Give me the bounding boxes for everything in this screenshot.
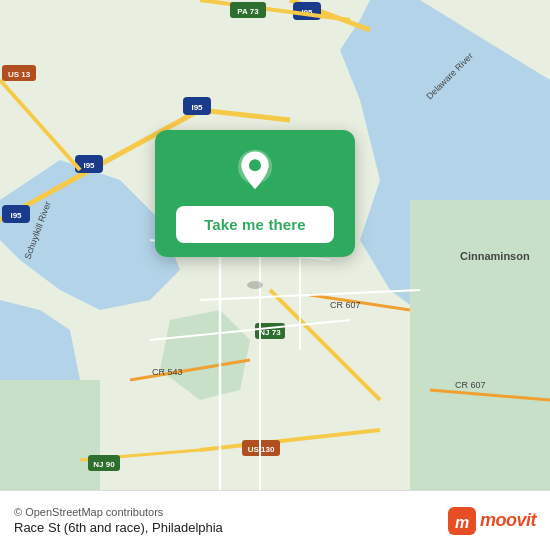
svg-text:m: m: [455, 514, 469, 531]
take-me-there-button[interactable]: Take me there: [176, 206, 334, 243]
svg-point-49: [247, 281, 263, 289]
svg-text:CR 543: CR 543: [152, 367, 183, 377]
svg-text:I95: I95: [191, 103, 203, 112]
svg-text:CR 607: CR 607: [455, 380, 486, 390]
svg-point-51: [249, 159, 261, 171]
bottom-bar: © OpenStreetMap contributors Race St (6t…: [0, 490, 550, 550]
svg-text:US 130: US 130: [248, 445, 275, 454]
svg-text:I95: I95: [83, 161, 95, 170]
moovit-wordmark: moovit: [480, 510, 536, 531]
copyright-text: © OpenStreetMap contributors: [14, 506, 440, 518]
svg-text:CR 607: CR 607: [330, 300, 361, 310]
location-pin-icon: [231, 148, 279, 196]
location-text: Race St (6th and race), Philadelphia: [14, 520, 440, 535]
map-container: I95 I95 I95 I95 PA 73 US 13 NJ 73 CR 607…: [0, 0, 550, 490]
svg-rect-5: [0, 380, 100, 490]
svg-rect-4: [410, 200, 550, 490]
svg-text:PA 73: PA 73: [237, 7, 259, 16]
svg-text:Cinnaminson: Cinnaminson: [460, 250, 530, 262]
svg-text:NJ 90: NJ 90: [93, 460, 115, 469]
popup-card: Take me there: [155, 130, 355, 257]
moovit-icon: m: [448, 507, 476, 535]
svg-text:US 13: US 13: [8, 70, 31, 79]
moovit-logo: m moovit: [448, 507, 536, 535]
svg-text:I95: I95: [10, 211, 22, 220]
